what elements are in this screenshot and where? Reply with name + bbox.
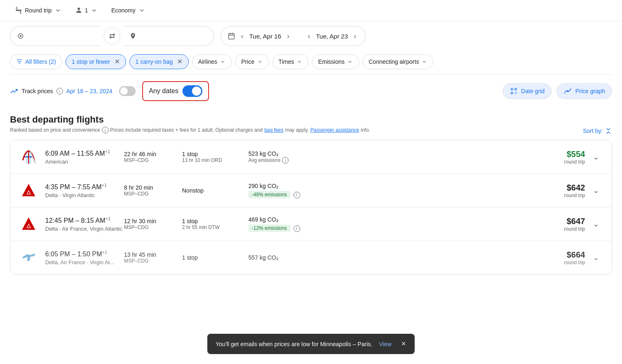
return-next-button[interactable]: ›: [351, 30, 359, 42]
toast-view-button[interactable]: View: [379, 341, 391, 347]
depart-prev-button[interactable]: ‹: [238, 30, 246, 42]
flight-duration-3: 13 hr 45 min MSP–CDG: [124, 251, 182, 264]
destination-field[interactable]: Paris: [123, 26, 214, 46]
bag-filter-button[interactable]: 1 carry-on bag ✕: [129, 54, 189, 69]
flight-times-3: 6:05 PM – 1:50 PM+1 Delta, Air France · …: [45, 250, 124, 265]
section-subtitle: Ranked based on price and convenience i …: [10, 127, 370, 133]
airlines-filter-button[interactable]: Airlines: [192, 54, 232, 69]
sort-by-label: Sort by:: [583, 128, 603, 134]
emissions-kg-1: 290 kg CO₂: [248, 183, 331, 189]
any-dates-toggle[interactable]: [182, 85, 202, 97]
flight-row[interactable]: 6:05 PM – 1:50 PM+1 Delta, Air France · …: [10, 241, 612, 274]
emissions-info-icon-2[interactable]: i: [294, 225, 300, 232]
flight-row[interactable]: 6:09 AM – 11:55 AM+1 American 22 hr 46 m…: [10, 140, 612, 174]
destination-icon: [129, 32, 136, 40]
sort-by-button[interactable]: Sort by:: [583, 127, 612, 135]
toast-close-button[interactable]: ×: [401, 340, 406, 348]
price-graph-label: Price graph: [575, 88, 605, 94]
route-1: MSP–CDG: [124, 191, 182, 197]
depart-date: Tue, Apr 16: [249, 33, 281, 40]
filter-row: All filters (2) 1 stop or fewer ✕ 1 carr…: [0, 51, 622, 74]
flight-price-0: $554 round trip: [564, 149, 585, 165]
cabin-label: Economy: [111, 7, 135, 14]
flight-time-0: 6:09 AM – 11:55 AM+1: [45, 149, 124, 157]
delta-airlines-logo: △: [20, 182, 37, 199]
price-3: $664: [564, 250, 585, 260]
flight-times-2: 12:45 PM – 8:15 AM+1 Delta · Air France,…: [45, 216, 124, 231]
flight-emissions-1: 290 kg CO₂ -46% emissions i: [248, 183, 331, 198]
airlines-chevron-icon: [220, 59, 226, 65]
track-prices-date: Apr 16 – 23, 2024: [66, 88, 112, 94]
calendar-icon: [228, 32, 235, 40]
expand-flight-0[interactable]: ⌄: [588, 149, 603, 164]
flight-row[interactable]: △ 12:45 PM – 8:15 AM+1 Delta · Air Franc…: [10, 207, 612, 241]
track-prices-toggle[interactable]: [119, 86, 136, 96]
flight-stops-2: 1 stop 2 hr 55 min DTW: [182, 218, 248, 230]
flight-times-0: 6:09 AM – 11:55 AM+1 American: [45, 149, 124, 164]
any-dates-slider: [182, 85, 202, 97]
flight-stops-3: 1 stop: [182, 254, 248, 261]
cabin-class-button[interactable]: Economy: [106, 4, 150, 17]
flight-row[interactable]: △ 4:35 PM – 7:55 AM+1 Delta · Virgin Atl…: [10, 174, 612, 207]
origin-input[interactable]: Minneapolis: [27, 32, 95, 40]
times-filter-label: Times: [279, 58, 294, 65]
price-graph-button[interactable]: Price graph: [556, 83, 612, 99]
expand-flight-2[interactable]: ⌄: [588, 217, 603, 231]
date-grid-label: Date grid: [521, 88, 545, 94]
airlines-filter-label: Airlines: [198, 58, 217, 65]
connecting-airports-filter-button[interactable]: Connecting airports: [362, 54, 433, 69]
stops-0: 1 stop: [182, 151, 248, 157]
stops-3: 1 stop: [182, 254, 248, 261]
any-dates-label: Any dates: [149, 87, 178, 95]
stop-filter-label: 1 stop or fewer: [72, 58, 110, 65]
top-bar: Round trip 1 Economy: [0, 0, 622, 21]
delta-airlines-logo-2: △: [20, 216, 37, 232]
price-filter-label: Price: [241, 58, 255, 65]
misc-airline-logo: [20, 249, 37, 266]
track-prices-row: Track prices i Apr 16 – 23, 2024 Any dat…: [0, 75, 622, 108]
bag-filter-close-icon[interactable]: ✕: [177, 58, 182, 65]
emissions-info-icon-0[interactable]: i: [282, 157, 289, 164]
track-prices-section: Track prices i Apr 16 – 23, 2024: [10, 87, 112, 95]
return-date-field[interactable]: ‹ Tue, Apr 23 ›: [299, 26, 366, 46]
expand-flight-1[interactable]: ⌄: [588, 183, 603, 198]
expand-flight-3[interactable]: ⌄: [588, 250, 603, 265]
flight-duration-1: 8 hr 20 min MSP–CDG: [124, 184, 182, 197]
destination-input[interactable]: Paris: [140, 32, 207, 40]
flight-price-3: $664 round trip: [564, 250, 585, 265]
section-title: Best departing flights: [10, 114, 612, 125]
airline-logo-misc: [19, 248, 39, 268]
stop-filter-button[interactable]: 1 stop or fewer ✕: [66, 54, 126, 69]
track-prices-info-icon[interactable]: i: [56, 88, 63, 94]
bag-fees-link[interactable]: bag fees: [264, 127, 283, 133]
flight-time-1: 4:35 PM – 7:55 AM+1: [45, 183, 124, 191]
route-3: MSP–CDG: [124, 258, 182, 264]
svg-rect-5: [514, 88, 517, 91]
times-filter-button[interactable]: Times: [272, 54, 309, 69]
trending-icon: [10, 87, 18, 95]
expand-icon-3: ⌄: [593, 253, 599, 262]
passengers-chevron-icon: [90, 7, 98, 14]
passenger-assistance-link[interactable]: Passenger assistance: [311, 127, 359, 133]
route-2: MSP–CDG: [124, 224, 182, 230]
depart-next-button[interactable]: ›: [284, 30, 292, 42]
connecting-airports-label: Connecting airports: [369, 58, 419, 65]
origin-field[interactable]: Minneapolis: [10, 26, 101, 46]
all-filters-button[interactable]: All filters (2): [10, 54, 62, 69]
ranked-info-icon[interactable]: i: [102, 127, 109, 133]
passengers-label: 1: [85, 7, 88, 14]
passengers-button[interactable]: 1: [70, 4, 103, 17]
emissions-info-icon-1[interactable]: i: [294, 192, 300, 198]
trip-type-button[interactable]: Round trip: [10, 4, 67, 17]
svg-point-0: [78, 7, 80, 10]
flight-duration-2: 12 hr 30 min MSP–CDG: [124, 218, 182, 230]
track-right-buttons: Date grid Price graph: [503, 83, 612, 99]
stop-filter-close-icon[interactable]: ✕: [114, 58, 120, 65]
price-filter-button[interactable]: Price: [235, 54, 269, 69]
swap-button[interactable]: ⇄: [104, 28, 120, 44]
date-grid-button[interactable]: Date grid: [503, 83, 552, 99]
return-prev-button[interactable]: ‹: [305, 30, 313, 42]
depart-date-field[interactable]: ‹ Tue, Apr 16 ›: [221, 26, 299, 46]
airline-name-0: American: [45, 159, 124, 165]
emissions-filter-button[interactable]: Emissions: [312, 54, 359, 69]
